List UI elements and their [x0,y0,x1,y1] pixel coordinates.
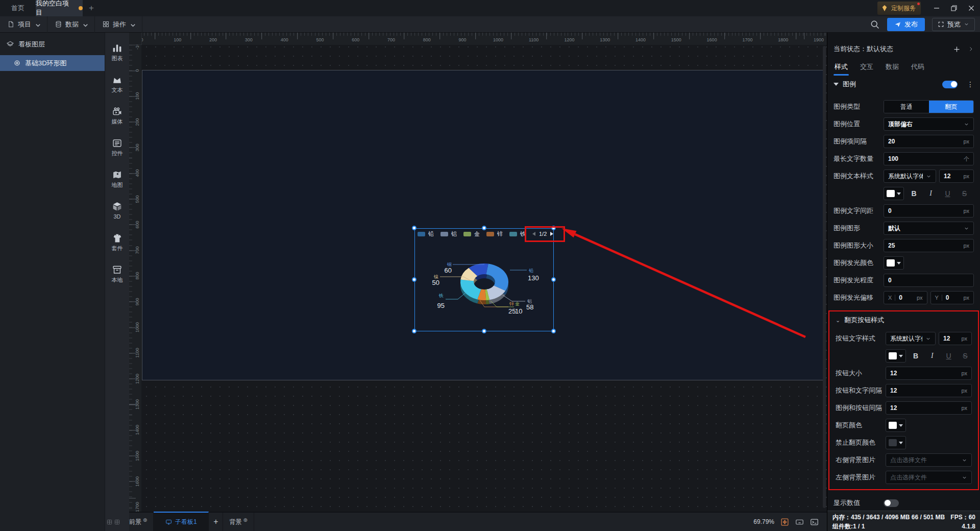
strikethrough-button[interactable]: S [958,189,971,198]
legend-visibility-toggle[interactable] [942,81,958,88]
color-swatch-button[interactable] [884,256,904,270]
y-offset-input[interactable]: Y0px [930,291,974,304]
menu-project[interactable]: 项目 [0,16,47,33]
terminal-icon[interactable] [810,518,819,526]
color-swatch-button[interactable] [884,187,904,200]
menu-data[interactable]: 数据 [47,16,95,33]
kebab-menu-icon[interactable]: ⋮ [967,82,974,87]
underline-button[interactable]: U [942,352,955,360]
selection-handle[interactable] [482,226,486,230]
canvas-workspace[interactable]: 铅铝金锌铁1/2 铜60镍50铁95铅130铝58锌25金10 [129,33,827,512]
select-control[interactable]: 顶部偏右 [884,117,974,131]
selection-handle[interactable] [482,329,486,333]
bold-button[interactable]: B [909,352,922,360]
chevron-right-icon[interactable] [968,46,974,52]
font-size-input[interactable]: 12px [939,170,974,183]
strikethrough-button[interactable]: S [959,352,972,360]
input-control[interactable]: 25px [884,239,974,252]
underline-button[interactable]: U [941,189,954,198]
add-board-button[interactable]: + [209,513,223,531]
layer-item-basic-3d-donut[interactable]: 基础3D环形图 [0,55,105,71]
selection-handle[interactable] [551,329,556,333]
selected-component-3d-donut[interactable]: 铅铝金锌铁1/2 铜60镍50铁95铅130铝58锌25金10 [414,228,554,331]
dock-item-套件[interactable]: 套件 [105,233,129,253]
show-value-toggle[interactable] [884,499,899,507]
color-swatch-button[interactable] [886,349,906,363]
segment-option-翻页[interactable]: 翻页 [929,101,974,113]
canvas-vertical-scrollbar[interactable] [823,46,826,508]
donut-slice-铁[interactable] [460,280,481,300]
color-swatch-button[interactable] [886,419,906,432]
section-header-legend[interactable]: 图例 ⋮ [827,76,980,93]
subboard-tab[interactable]: 子看板1 [154,512,209,531]
dock-item-地图[interactable]: 地图 [105,170,129,190]
annotation-highlight-box [525,226,565,242]
input-control[interactable]: 12px [886,401,972,415]
font-size-input[interactable]: 12px [939,332,972,345]
color-swatch-button[interactable] [886,436,906,449]
input-control[interactable]: 0 [884,274,974,287]
input-control[interactable]: 12px [886,384,972,397]
foreground-tab[interactable]: 前景 ⊕ [123,513,154,531]
inspector-tab-样式[interactable]: 样式 [835,58,848,76]
select-control[interactable]: 点击选择文件 [886,453,972,467]
restore-button[interactable] [945,0,963,16]
tab-home[interactable]: 首页 [0,0,36,16]
segment-option-普通[interactable]: 普通 [884,101,929,113]
selection-handle[interactable] [412,277,416,282]
font-select[interactable]: 系统默认字体 [886,332,936,345]
unsaved-dot-icon [79,6,83,10]
italic-button[interactable]: I [925,352,939,360]
close-button[interactable] [963,0,980,16]
background-tab[interactable]: 背景 ⊕ [223,513,254,531]
dock-item-文本[interactable]: 文本 [105,75,129,95]
new-tab-button[interactable]: + [83,0,100,16]
select-control[interactable]: 默认 [884,222,974,235]
dock-item-图表[interactable]: 图表 [105,43,129,63]
ruler-h-label: 100 [174,37,181,42]
preview-button[interactable]: 预览 [932,18,975,31]
layers-icon [6,40,14,49]
minimize-button[interactable] [928,0,945,16]
dock-item-3D[interactable]: 3D [105,201,129,222]
inspector-tab-数据[interactable]: 数据 [886,58,899,76]
database-icon [55,20,62,28]
segmented-control[interactable]: 普通翻页 [884,100,974,113]
fit-screen-icon[interactable] [780,518,789,526]
keyboard-icon[interactable] [795,518,804,526]
dropdown-arrow-icon [899,424,903,427]
dock-item-控件[interactable]: 控件 [105,138,129,158]
artboard[interactable] [142,70,826,380]
inspector-tab-代码[interactable]: 代码 [911,58,924,76]
search-icon[interactable] [870,19,880,30]
file-icon [7,20,15,28]
input-control[interactable]: 0px [884,204,974,218]
selection-handle[interactable] [551,277,556,282]
input-control[interactable]: 100个 [884,152,974,165]
selection-handle[interactable] [412,226,416,230]
custom-service-badge[interactable]: 定制服务 [877,2,921,15]
donut-icon [13,59,21,67]
selection-handle[interactable] [412,329,416,333]
select-control[interactable]: 点击选择文件 [886,471,972,484]
font-select[interactable]: 系统默认字体 [884,170,936,183]
add-state-icon[interactable] [953,45,961,53]
row-label: 左侧背景图片 [836,473,886,482]
inspector-tab-交互[interactable]: 交互 [860,58,873,76]
publish-button[interactable]: 发布 [887,18,925,31]
bold-button[interactable]: B [907,189,921,198]
dock-item-媒体[interactable]: 媒体 [105,106,129,127]
x-offset-input[interactable]: X0px [884,291,927,304]
input-control[interactable]: 12px [886,367,972,380]
row-label: 图例文字间距 [834,206,884,215]
menu-operations[interactable]: 操作 [95,16,142,33]
dock-item-本地[interactable]: 本地 [105,264,129,285]
section-header-pager-style[interactable]: ⌄ 翻页按钮样式 [829,311,978,329]
add-circle-icon[interactable]: ⊕ [143,517,147,523]
tab-project[interactable]: 我的空白项目 [36,0,83,16]
input-control[interactable]: 20px [884,135,974,148]
dock-item-label: 文本 [112,87,123,93]
add-circle-icon[interactable]: ⊕ [243,517,247,523]
xy-offset-control: X0pxY0px [884,291,974,304]
italic-button[interactable]: I [924,189,938,198]
